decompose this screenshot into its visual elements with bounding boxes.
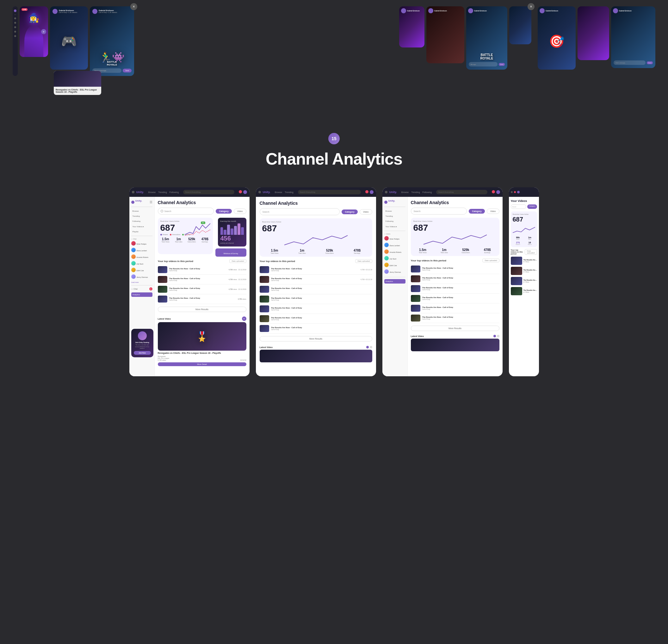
nav-trending-2[interactable]: Trending — [285, 191, 293, 193]
right-filter-btn[interactable]: Category — [527, 205, 537, 209]
topbar-search-2[interactable]: Search Everything — [298, 190, 361, 194]
more-detail-btn[interactable]: More Detail — [158, 362, 246, 366]
view-btn-1[interactable]: Video — [234, 209, 246, 214]
date-selector-1[interactable]: Date uploaded — [229, 259, 246, 263]
character-emoji: 🎮 — [61, 34, 77, 49]
category-btn-2[interactable]: Category — [341, 210, 358, 214]
thumb-1 — [158, 266, 167, 273]
g2-send-btn[interactable]: Send — [499, 63, 505, 66]
sidebar-item-analytics[interactable]: Analytics — [131, 293, 152, 297]
sidebar-item-following[interactable]: Following — [131, 219, 152, 223]
s3-analytics[interactable]: Analytics — [384, 279, 406, 284]
earnings-bar-chart — [221, 222, 244, 235]
nav-browse-2[interactable]: Browse — [275, 191, 282, 193]
topbar-search-1[interactable]: Search Everything — [183, 190, 234, 194]
topbar-nav-3: Browse Trending Following — [401, 191, 432, 193]
vid-title-3: Your top videos in this period — [411, 259, 446, 262]
nav-browse[interactable]: Browse — [148, 191, 156, 193]
g2-message-input[interactable]: Message... — [469, 62, 498, 66]
nav-following[interactable]: Following — [169, 191, 179, 193]
sidebar-item-trending[interactable]: Trending — [131, 214, 152, 218]
topbar-search-3[interactable]: Search Everything — [436, 190, 487, 194]
mockup-group-2: × Gabriel Erickson Gabriel Erickson Gabr… — [399, 6, 531, 76]
user-icon-3[interactable] — [496, 190, 500, 194]
date-sel-3[interactable]: Date uploaded — [482, 258, 499, 263]
search-box-3[interactable]: Search — [411, 208, 467, 214]
rvt4-1 — [511, 257, 522, 265]
sidebar-header: Unity. ☰ — [131, 199, 152, 205]
close-button-2[interactable]: × — [528, 3, 534, 10]
search-box-1[interactable]: Search — [158, 208, 214, 214]
withdraw-btn[interactable]: Withdraw all Earning — [215, 249, 246, 257]
stat-value-earnings: 478$ — [200, 237, 210, 241]
sidebar-item-playlist[interactable]: Playlist — [131, 229, 152, 234]
nav-trending-3[interactable]: Trending — [411, 191, 420, 193]
s3-your-videos[interactable]: Your Videos ▸ — [384, 224, 406, 229]
close-button-1[interactable]: × — [130, 3, 137, 10]
sidebar-logo-text: Unity. — [135, 199, 142, 202]
sidebar-menu-icon[interactable]: ☰ — [150, 200, 152, 204]
sidebar-chat[interactable]: — Chat 1 — [131, 287, 152, 290]
latest-vid-header-2: Latest Video — [260, 346, 372, 348]
vr2-1: The Results Are Now - Call of Duty Call … — [260, 265, 372, 275]
view-btn-2[interactable]: Video — [360, 209, 372, 214]
latest-video-section: Latest Video + 🎖️ Renegades vs Chiefs - … — [158, 316, 246, 366]
topbar-search-text-3: Search Everything — [438, 191, 454, 193]
sidebar-user-6: Jimmy Sherman — [131, 274, 152, 280]
notif-icon[interactable] — [239, 190, 242, 193]
user-name-3: Amanda Roberts — [137, 256, 149, 258]
join-btn[interactable]: Join Now — [134, 351, 151, 355]
s3-following[interactable]: Following — [384, 219, 406, 223]
user-icon-2[interactable] — [370, 190, 374, 194]
rs-likes: 1m Likes — [525, 236, 535, 240]
user-icon[interactable] — [243, 190, 247, 194]
sl3-likes: Total Likes — [435, 252, 454, 254]
sidebar-item-your-videos[interactable]: Your Videos ▸ — [131, 224, 152, 229]
more-results-btn-2[interactable]: More Results — [260, 336, 372, 342]
dot-purple — [161, 234, 162, 236]
more-results-btn-3[interactable]: More Results — [411, 326, 499, 331]
lv3-dot2[interactable] — [497, 335, 499, 338]
s3-user-3: Amanda Roberts — [384, 249, 406, 255]
more-res-2: More Results — [260, 333, 372, 344]
vi2-1: The Results Are Now - Call of Duty Call … — [271, 268, 359, 271]
right-date-sel[interactable]: Date uploaded — [525, 249, 537, 255]
v-stats-2: 4,750 views 22.12.2019 — [229, 279, 246, 280]
date-sel-2[interactable]: Date uploaded — [355, 259, 372, 263]
user-name-6: Jimmy Sherman — [137, 276, 148, 278]
s3-browse[interactable]: Browse — [384, 209, 406, 213]
load-more[interactable]: Load more — [131, 281, 152, 283]
vi2-2: The Results Are Now - Call of Duty Call … — [271, 278, 359, 281]
rv4-4: The Results Are Now - Call of Duty ♥ 4 l… — [511, 287, 537, 295]
legend-label-2: Interactions — [172, 234, 180, 236]
vt3-3 — [411, 285, 420, 292]
cat-btn-3[interactable]: Category — [469, 209, 485, 214]
g3-art-1: 🎯 — [538, 6, 576, 70]
dot-inactive[interactable] — [370, 346, 372, 348]
add-button-overlay[interactable]: + — [41, 29, 46, 34]
send-button-fortnite[interactable]: Send — [123, 69, 132, 73]
user-avatar-6 — [131, 274, 136, 279]
vi2-6: The Results Are Now - Call of Duty Call … — [271, 317, 372, 320]
nav-following-3[interactable]: Following — [423, 191, 432, 193]
sidebar-item-browse[interactable]: Browse — [131, 209, 152, 213]
notif-icon-2[interactable] — [365, 190, 368, 193]
nav-trending[interactable]: Trending — [158, 191, 167, 193]
v-date-3: 22.12.2019 — [238, 288, 246, 290]
right-search-input[interactable]: Search — [511, 205, 527, 209]
g2-card-2: Gabriel Erickson — [426, 6, 464, 63]
notif-icon-3[interactable] — [492, 190, 495, 193]
g3-send-btn[interactable]: Send — [647, 61, 653, 64]
rvi4-4: The Results Are Now - Call of Duty ♥ 4 l… — [523, 289, 537, 293]
view-btn-3[interactable]: Video — [487, 209, 499, 214]
more-results-btn-1[interactable]: More Results — [158, 306, 246, 312]
search-box-2[interactable]: Search — [260, 208, 340, 215]
sidebar-user-4: Lilly Nash — [131, 261, 152, 267]
dot-active[interactable] — [366, 346, 369, 348]
add-video-btn[interactable]: + — [242, 316, 246, 321]
category-filter-btn-1[interactable]: Category — [216, 209, 231, 214]
nav-browse-3[interactable]: Browse — [401, 191, 409, 193]
s3-trending[interactable]: Trending — [384, 214, 406, 218]
lv3-dot1[interactable] — [494, 335, 496, 338]
g3-message-input[interactable]: Send a message... — [613, 60, 646, 65]
